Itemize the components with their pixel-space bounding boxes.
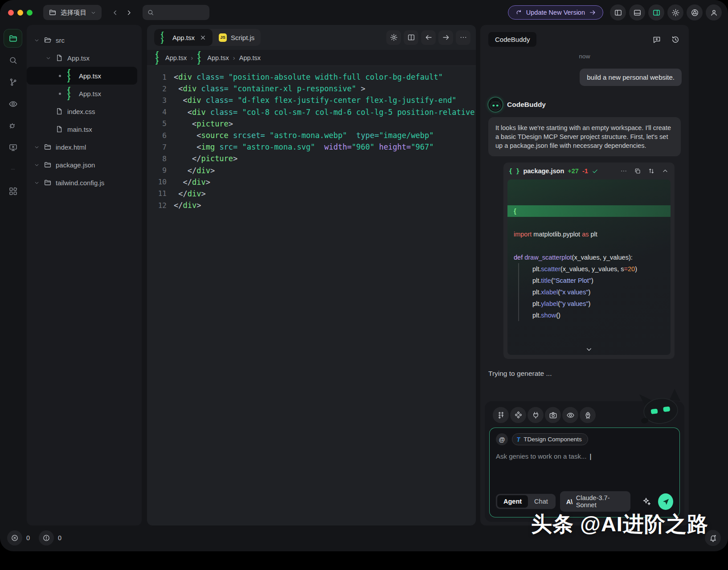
code-line: 12</div> [153, 200, 476, 211]
warnings-button[interactable] [39, 530, 54, 546]
extensions-icon [8, 187, 18, 196]
line-content: </div> [167, 166, 215, 175]
mode-chat[interactable]: Chat [528, 495, 554, 508]
breadcrumb-item[interactable]: { }App.tsx [197, 54, 229, 61]
blocks-button[interactable] [493, 407, 509, 423]
card-code-line: plt.scatter(x_values, y_values, s=20) [518, 263, 671, 275]
code-line: 8 </picture> [153, 153, 476, 164]
braces-icon: { } [67, 72, 75, 80]
camera-button[interactable] [545, 407, 561, 423]
plug-button[interactable] [528, 407, 544, 423]
maximize-window-button[interactable] [27, 10, 33, 16]
chat-plus-icon [652, 35, 661, 44]
nav-back-button[interactable] [111, 9, 119, 16]
additions-count: +27 [568, 167, 579, 175]
send-button[interactable] [658, 493, 673, 510]
chevron-up-button[interactable] [661, 167, 669, 175]
card-code-line: plt.title("Scatter Plot") [518, 275, 671, 286]
card-code-line: { [507, 205, 671, 217]
code-line: 6 <source srcset= "astro-mona.webp" type… [153, 130, 476, 141]
explorer-item-tailwind.config.js[interactable]: tailwind.config.js [27, 174, 137, 191]
assistant-message-block: CodeBuddy It looks like we're starting w… [480, 98, 689, 359]
prompt-placeholder-row[interactable]: Ask genies to work on a task... | [496, 452, 673, 460]
eye-button[interactable] [562, 407, 578, 423]
search-icon [8, 56, 18, 65]
arrow-right-button[interactable] [438, 30, 453, 45]
code-line: 1<div class= "position-absolute width-fu… [153, 71, 476, 83]
activity-branch-button[interactable] [4, 73, 22, 91]
activity-folder-button[interactable] [4, 29, 22, 47]
activity-debug-button[interactable] [4, 117, 22, 134]
chat-plus-button[interactable] [651, 34, 662, 45]
generation-status: Trying to generate ... [480, 370, 689, 378]
arrow-left-button[interactable] [421, 30, 436, 45]
line-number: 7 [153, 143, 167, 151]
line-number: 10 [153, 178, 167, 186]
explorer-item-index.css[interactable]: index.css [27, 102, 137, 120]
explorer-item-index.html[interactable]: index.html [27, 138, 137, 156]
mention-button[interactable]: @ [496, 433, 508, 445]
code-editor[interactable]: 1<div class= "position-absolute width-fu… [147, 66, 476, 211]
watermark-text: 头条 @AI进阶之路 [531, 510, 708, 538]
rocket-button[interactable] [580, 407, 596, 423]
chat-toolbar [489, 405, 680, 428]
history-button[interactable] [670, 34, 681, 45]
copy-button[interactable] [634, 167, 642, 175]
text-cursor: | [589, 452, 591, 460]
activity-eye-button[interactable] [4, 95, 22, 113]
nav-forward-button[interactable] [125, 9, 133, 16]
ellipsis-button[interactable] [620, 167, 628, 175]
activity-extensions-button[interactable] [4, 182, 22, 200]
explorer-item-src[interactable]: src [27, 31, 137, 49]
ellipsis-button[interactable] [456, 30, 470, 45]
enhance-prompt-button[interactable] [639, 494, 654, 509]
file-label: tailwind.config.js [56, 179, 104, 187]
search-input[interactable] [158, 9, 202, 16]
update-version-button[interactable]: Update New Version [508, 5, 603, 20]
project-selector-button[interactable]: 选择项目 [43, 5, 102, 20]
explorer-item-App.tsx[interactable]: { }App.tsx [27, 85, 137, 102]
explorer-item-App.tsx[interactable]: App.tsx [27, 49, 137, 67]
warnings-status[interactable]: 0 [39, 530, 61, 546]
swap-button[interactable] [647, 167, 655, 175]
panel-right-button[interactable] [648, 4, 664, 20]
minimize-window-button[interactable] [17, 10, 23, 16]
breadcrumb-item[interactable]: { }App.tsx [155, 54, 187, 61]
activity-dots-button[interactable] [4, 160, 22, 178]
sparkle-icon [642, 497, 651, 506]
model-selector[interactable]: A\ Claude-3.7-Sonnet [560, 491, 631, 512]
error-circle-icon [11, 534, 19, 542]
diamonds-button[interactable] [510, 407, 526, 423]
explorer-item-package.json[interactable]: package.json [27, 156, 137, 174]
errors-button[interactable] [7, 530, 22, 546]
expand-chevron-icon[interactable] [585, 346, 593, 353]
editor-tab-App.tsx[interactable]: { }App.tsx [154, 29, 213, 46]
close-window-button[interactable] [8, 10, 14, 16]
line-content: <div class= "d-flex flex-justify-center … [167, 96, 457, 105]
file-label: main.tsx [67, 126, 92, 133]
gear-button[interactable] [386, 30, 401, 45]
panel-bottom-button[interactable] [629, 4, 645, 20]
code-change-card[interactable]: { } package.json +27 -1 { import matplot… [503, 163, 675, 359]
user-icon [710, 8, 718, 17]
split-button[interactable] [404, 30, 418, 45]
errors-status[interactable]: 0 [7, 530, 30, 546]
close-icon[interactable] [200, 34, 206, 41]
user-button[interactable] [706, 4, 722, 20]
titlebar: 选择项目 Update New Version [0, 0, 728, 25]
prompt-box[interactable]: @ T TDesign Components Ask genies to wor… [489, 428, 680, 517]
browser-button[interactable] [687, 4, 703, 20]
activity-search-button[interactable] [4, 51, 22, 69]
explorer-item-App.tsx[interactable]: { }App.tsx [27, 67, 137, 85]
modified-dot [57, 75, 63, 77]
context-pill[interactable]: T TDesign Components [512, 433, 588, 445]
editor-tab-Script.js[interactable]: JSScript.js [213, 29, 261, 46]
activity-monitor-button[interactable] [4, 138, 22, 156]
global-search[interactable] [143, 5, 209, 20]
explorer-item-main.tsx[interactable]: main.tsx [27, 120, 137, 138]
line-number: 1 [153, 73, 167, 81]
breadcrumb-item[interactable]: App.tsx [239, 54, 261, 61]
panel-left-button[interactable] [610, 4, 626, 20]
gear-button[interactable] [667, 4, 683, 20]
mode-agent[interactable]: Agent [497, 495, 528, 508]
